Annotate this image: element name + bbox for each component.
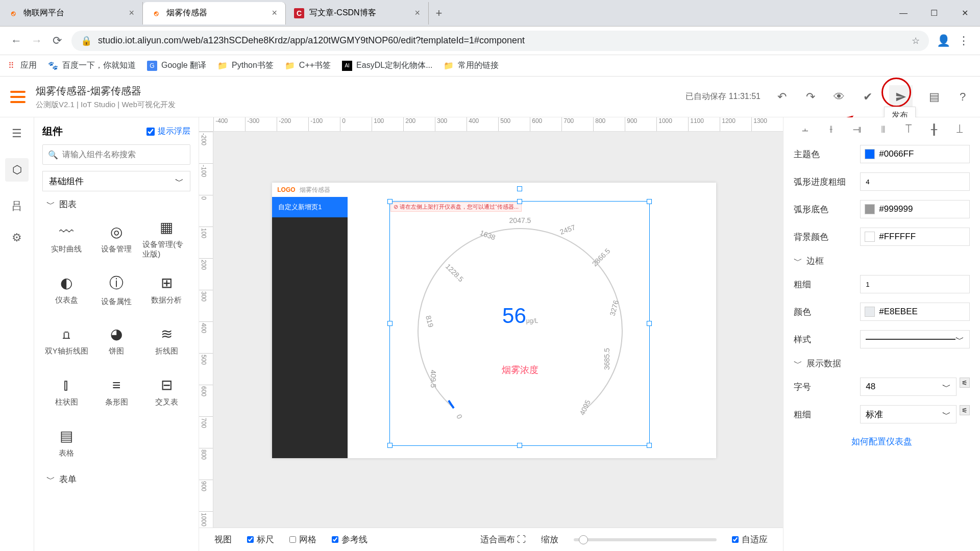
bookmark-apps[interactable]: ⠿应用 [6, 60, 37, 71]
data-display-section[interactable]: ﹀展示数据 [794, 358, 970, 369]
fit-canvas-button[interactable]: 适合画布 ⛶ [480, 534, 526, 545]
align-bottom-icon[interactable]: ⟘ [956, 123, 963, 136]
doc-button[interactable]: ▤ [927, 90, 941, 104]
close-icon[interactable]: × [272, 8, 277, 18]
align-center-h-icon[interactable]: ⫲ [829, 123, 832, 136]
rotate-handle[interactable] [517, 186, 522, 191]
ruler-checkbox[interactable]: 标尺 [247, 534, 274, 545]
comp-data-analysis[interactable]: ⊞数据分析 [142, 266, 190, 313]
comp-hbar[interactable]: ≡条形图 [92, 368, 140, 415]
align-top-icon[interactable]: ⟙ [905, 123, 912, 136]
bookmark-baidu[interactable]: 🐾百度一下，你就知道 [48, 60, 136, 71]
comp-device-mgmt[interactable]: ◎设备管理 [92, 215, 140, 262]
border-section[interactable]: ﹀边框 [794, 255, 970, 267]
tab-iot-platform[interactable]: ⎋ 物联网平台 × [0, 2, 143, 24]
zoom-slider[interactable] [574, 538, 717, 541]
font-weight-select[interactable]: 标准﹀ [860, 405, 957, 423]
resize-handle[interactable] [647, 443, 652, 448]
comp-device-attr[interactable]: ⓘ设备属性 [92, 266, 140, 313]
section-charts[interactable]: ﹀图表 [42, 198, 190, 210]
comp-line[interactable]: ≋折线图 [142, 317, 190, 364]
menu-hamburger-icon[interactable] [10, 91, 26, 103]
redo-button[interactable]: ↷ [803, 90, 818, 104]
grid-checkbox[interactable]: 网格 [289, 534, 316, 545]
section-forms[interactable]: ﹀表单 [42, 473, 190, 485]
canvas-stage[interactable]: LOGO 烟雾传感器 自定义新增页1 ⊘ 请在左侧上架打开仪表盘，您可以通过“传… [213, 132, 783, 528]
help-link[interactable]: 如何配置仪表盘 [794, 436, 970, 447]
back-button[interactable]: ← [6, 31, 27, 51]
check-button[interactable]: ✔ [861, 90, 875, 104]
collapse-panel-button[interactable]: › [783, 337, 783, 361]
preview-button[interactable]: 👁 [832, 90, 846, 104]
structure-icon[interactable]: 吕 [10, 199, 24, 213]
resize-handle[interactable] [517, 443, 522, 448]
comp-pie[interactable]: ◕饼图 [92, 317, 140, 364]
gauge-label: 烟雾浓度 [405, 364, 635, 376]
category-select[interactable]: 基础组件 ﹀ [42, 171, 190, 191]
layers-icon[interactable]: ☰ [10, 127, 24, 141]
hint-float-checkbox[interactable]: 提示浮层 [146, 126, 190, 137]
font-size-select[interactable]: 48﹀ [860, 378, 957, 396]
arc-bg-input[interactable]: #999999 [860, 200, 970, 218]
tab-smoke-sensor[interactable]: ⎋ 烟雾传感器 × [143, 2, 286, 24]
minimize-button[interactable]: — [888, 3, 919, 23]
profile-icon[interactable]: 👤 [933, 31, 953, 51]
resize-handle[interactable] [647, 321, 652, 326]
comp-table[interactable]: ▤表格 [42, 419, 90, 466]
comp-gauge[interactable]: ◐仪表盘 [42, 266, 90, 313]
bookmark-common-links[interactable]: 📁常用的链接 [444, 60, 499, 71]
resize-handle[interactable] [387, 199, 393, 204]
adaptive-checkbox[interactable]: 自适应 [732, 534, 768, 545]
help-button[interactable]: ? [955, 90, 970, 104]
bookmark-python[interactable]: 📁Python书签 [217, 60, 274, 71]
star-icon[interactable]: ☆ [912, 35, 920, 46]
gauge-selection[interactable]: 0 409.5 819 1228.5 1638 2047.5 2457 2866… [389, 201, 650, 446]
border-width-input[interactable] [860, 275, 970, 293]
comp-dual-y-line[interactable]: ⩍双Y轴折线图 [42, 317, 90, 364]
comp-realtime-curve[interactable]: 〰实时曲线 [42, 215, 90, 262]
artboard-nav-item[interactable]: 自定义新增页1 [272, 197, 348, 217]
new-tab-button[interactable]: + [429, 7, 449, 20]
bookmark-easydl[interactable]: AIEasyDL定制化物体... [342, 60, 432, 71]
reload-button[interactable]: ⟳ [47, 31, 67, 51]
border-color-input[interactable]: #E8EBEE [860, 303, 970, 321]
search-icon: 🔍 [48, 150, 58, 160]
close-window-button[interactable]: ✕ [949, 3, 980, 23]
bg-color-input[interactable]: #FFFFFF [860, 228, 970, 246]
comp-cross-table[interactable]: ⊟交叉表 [142, 368, 190, 415]
bookmark-cpp[interactable]: 📁C++书签 [285, 60, 331, 71]
arc-width-input[interactable] [860, 172, 970, 191]
distribute-h-icon[interactable]: ⫴ [881, 123, 886, 136]
theme-color-input[interactable]: #0066FF [860, 145, 970, 163]
comp-device-mgmt-pro[interactable]: ▦设备管理(专业版) [142, 215, 190, 262]
bookmark-google-translate[interactable]: GGoogle 翻译 [147, 60, 206, 71]
align-right-icon[interactable]: ⫣ [852, 123, 862, 136]
page-title: 烟雾传感器-烟雾传感器 [36, 84, 176, 98]
artboard[interactable]: LOGO 烟雾传感器 自定义新增页1 ⊘ 请在左侧上架打开仪表盘，您可以通过“传… [272, 183, 716, 458]
components-icon[interactable]: ⬡ [5, 158, 29, 182]
resize-handle[interactable] [387, 443, 393, 448]
bind-data-icon[interactable]: ⚟ [960, 405, 970, 415]
align-middle-icon[interactable]: ╂ [931, 123, 937, 136]
align-left-icon[interactable]: ⫠ [800, 123, 811, 136]
bind-data-icon[interactable]: ⚟ [960, 378, 970, 388]
forward-button[interactable]: → [27, 31, 47, 51]
undo-button[interactable]: ↶ [775, 90, 789, 104]
publish-button[interactable]: 发布 [889, 85, 913, 109]
resize-handle[interactable] [517, 199, 522, 204]
resize-handle[interactable] [387, 321, 393, 326]
tab-csdn[interactable]: C 写文章-CSDN博客 × [286, 2, 429, 24]
settings-icon[interactable]: ⚙ [10, 231, 24, 245]
bg-color-label: 背景颜色 [794, 231, 860, 243]
guides-checkbox[interactable]: 参考线 [332, 534, 368, 545]
maximize-button[interactable]: ☐ [919, 3, 949, 23]
close-icon[interactable]: × [129, 8, 134, 18]
close-icon[interactable]: × [414, 8, 420, 18]
comp-bar[interactable]: ⫿柱状图 [42, 368, 90, 415]
menu-icon[interactable]: ⋮ [953, 31, 974, 51]
resize-handle[interactable] [647, 199, 652, 204]
border-style-select[interactable]: ﹀ [860, 330, 970, 348]
search-input[interactable] [62, 150, 185, 159]
component-search[interactable]: 🔍 [42, 144, 190, 165]
address-bar[interactable]: 🔒 studio.iot.aliyun.com/web/a123hSCDehe8… [71, 31, 929, 51]
